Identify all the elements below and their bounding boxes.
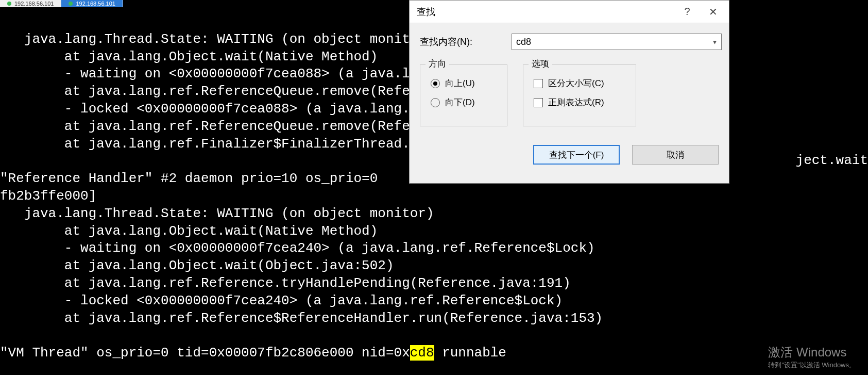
console-line-pre: "VM Thread" os_prio=0 tid=0x00007fb2c806…	[0, 345, 410, 361]
chevron-down-icon[interactable]: ▾	[708, 38, 721, 46]
console-line: - waiting on <0x00000000f7cea088> (a jav…	[0, 66, 474, 81]
console-line: at java.lang.Object.wait(Object.java:502…	[0, 258, 394, 273]
search-highlight: cd8	[410, 345, 434, 361]
console-line: at java.lang.Object.wait(Native Method)	[0, 49, 378, 64]
tab-bar: 192.168.56.101 192.168.56.101	[0, 0, 123, 7]
direction-title: 方向	[426, 58, 449, 70]
radio-label: 向上(U)	[445, 77, 475, 89]
cancel-button[interactable]: 取消	[632, 145, 719, 165]
checkbox-label: 区分大小写(C)	[548, 77, 604, 89]
radio-up[interactable]: 向上(U)	[431, 77, 497, 89]
checkbox-label: 正则表达式(R)	[548, 96, 604, 108]
tab-inactive[interactable]: 192.168.56.101	[0, 0, 61, 7]
dialog-title: 查找	[417, 6, 674, 18]
radio-icon	[431, 79, 440, 88]
options-title: 选项	[529, 58, 552, 70]
console-line: at java.lang.ref.Reference.tryHandlePend…	[0, 275, 571, 291]
find-content-combo[interactable]: ▾	[512, 34, 722, 50]
dialog-body: 查找内容(N): ▾ 方向 向上(U) 向下(D) 选项	[410, 23, 729, 172]
console-line: java.lang.Thread.State: WAITING (on obje…	[0, 206, 434, 221]
watermark-main: 激活 Windows	[768, 344, 856, 361]
console-line: at java.lang.Object.wait(Native Method)	[0, 223, 378, 239]
find-next-button[interactable]: 查找下一个(F)	[533, 145, 620, 165]
options-group: 选项 区分大小写(C) 正则表达式(R)	[523, 64, 636, 126]
find-content-input[interactable]	[512, 37, 708, 47]
checkbox-regex[interactable]: 正则表达式(R)	[534, 96, 625, 108]
radio-icon	[431, 98, 440, 107]
watermark-sub: 转到"设置"以激活 Windows。	[768, 361, 856, 370]
console-line: at java.lang.ref.Finalizer$FinalizerThre…	[0, 136, 442, 152]
checkbox-icon	[534, 79, 543, 88]
console-line: - locked <0x00000000f7cea088> (a java.la…	[0, 101, 442, 117]
dialog-titlebar[interactable]: 查找 ? ✕	[410, 1, 729, 23]
console-line: "Reference Handler" #2 daemon prio=10 os…	[0, 171, 386, 186]
console-line: - waiting on <0x00000000f7cea240> (a jav…	[0, 240, 595, 256]
find-content-label: 查找内容(N):	[420, 36, 512, 48]
dialog-buttons: 查找下一个(F) 取消	[420, 145, 722, 165]
tab-label: 192.168.56.101	[76, 1, 115, 7]
radio-label: 向下(D)	[445, 96, 475, 108]
console-line: at java.lang.ref.ReferenceQueue.remove(R…	[0, 84, 466, 99]
tab-active[interactable]: 192.168.56.101	[61, 0, 123, 7]
find-dialog: 查找 ? ✕ 查找内容(N): ▾ 方向 向上(U) 向下(D)	[409, 0, 729, 184]
console-line-post: runnable	[434, 345, 515, 361]
option-groups: 方向 向上(U) 向下(D) 选项 区分大小写(C) 正则表达	[420, 64, 722, 126]
find-content-row: 查找内容(N): ▾	[420, 34, 722, 50]
status-dot-icon	[69, 2, 73, 6]
console-line: java.lang.Thread.State: WAITING (on obje…	[0, 31, 434, 47]
radio-down[interactable]: 向下(D)	[431, 96, 497, 108]
console-line: at java.lang.ref.Reference$ReferenceHand…	[0, 311, 603, 326]
checkbox-icon	[534, 98, 543, 107]
console-line: - locked <0x00000000f7cea240> (a java.la…	[0, 293, 563, 308]
direction-group: 方向 向上(U) 向下(D)	[420, 64, 507, 126]
checkbox-case[interactable]: 区分大小写(C)	[534, 77, 625, 89]
close-button[interactable]: ✕	[700, 4, 726, 20]
console-line: fb2b3ffe000]	[0, 188, 96, 204]
console-line: at java.lang.ref.ReferenceQueue.remove(R…	[0, 119, 466, 134]
tab-label: 192.168.56.101	[14, 1, 54, 7]
console-overflow-fragment: ject.wait	[796, 153, 868, 168]
help-button[interactable]: ?	[674, 4, 700, 20]
windows-activation-watermark: 激活 Windows 转到"设置"以激活 Windows。	[768, 344, 856, 370]
status-dot-icon	[7, 2, 11, 6]
